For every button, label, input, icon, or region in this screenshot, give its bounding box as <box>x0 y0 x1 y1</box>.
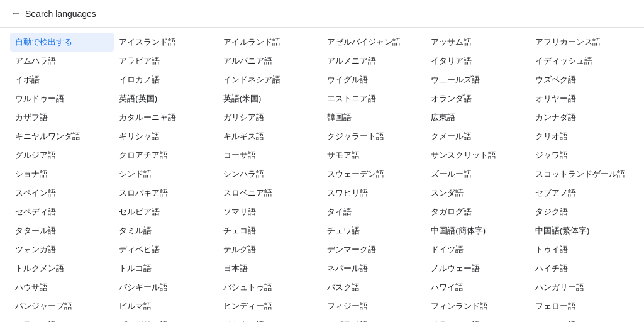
language-item[interactable]: タミル語 <box>114 221 218 240</box>
language-item[interactable]: ディベヒ語 <box>114 240 218 259</box>
language-item[interactable]: コーサ語 <box>218 146 322 165</box>
language-item[interactable]: タガログ語 <box>426 203 530 221</box>
language-item[interactable]: ウルドゥー語 <box>10 89 114 108</box>
language-item[interactable]: トルクメン語 <box>10 259 114 278</box>
language-item[interactable]: フランス語 <box>10 316 114 322</box>
language-item[interactable]: イロカノ語 <box>114 70 218 89</box>
back-arrow-icon: ← <box>10 7 21 20</box>
language-item[interactable]: 英語(英国) <box>114 89 218 108</box>
language-item[interactable]: テルグ語 <box>218 240 322 259</box>
language-item[interactable]: ビルマ語 <box>114 297 218 316</box>
language-item[interactable]: セルビア語 <box>114 203 218 221</box>
language-item[interactable]: フィンランド語 <box>426 297 530 316</box>
language-item[interactable]: ソマリ語 <box>218 203 322 221</box>
language-item[interactable]: アムハラ語 <box>10 52 114 70</box>
language-item[interactable]: スロバキア語 <box>114 184 218 203</box>
language-item[interactable]: ネパール語 <box>322 259 426 278</box>
language-item[interactable]: サンスクリット語 <box>426 146 530 165</box>
language-item[interactable]: フェロー語 <box>530 297 634 316</box>
language-item[interactable]: カザフ語 <box>10 108 114 127</box>
language-item[interactable]: セブアノ語 <box>530 184 634 203</box>
back-button[interactable]: ← Search languages <box>10 7 96 20</box>
language-item[interactable]: クリオ語 <box>530 127 634 146</box>
language-item[interactable]: イボ語 <box>10 70 114 89</box>
language-item[interactable]: ヒンディー語 <box>218 297 322 316</box>
language-item[interactable]: キニヤルワンダ語 <box>10 127 114 146</box>
language-item[interactable]: タタール語 <box>10 221 114 240</box>
language-item[interactable]: セペディ語 <box>10 203 114 221</box>
language-item[interactable]: スウェーデン語 <box>322 165 426 184</box>
language-item[interactable]: バスク語 <box>322 278 426 297</box>
language-item[interactable]: トゥイ語 <box>530 240 634 259</box>
language-item[interactable]: ペルシア語 <box>530 316 634 322</box>
language-item[interactable]: イディッシュ語 <box>530 52 634 70</box>
header-title: Search languages <box>25 9 96 19</box>
language-item[interactable]: アゼルバイジャン語 <box>322 33 426 52</box>
language-item[interactable]: ズールー語 <box>426 165 530 184</box>
language-item[interactable]: エストニア語 <box>322 89 426 108</box>
language-item[interactable]: イタリア語 <box>426 52 530 70</box>
language-item[interactable]: スワヒリ語 <box>322 184 426 203</box>
language-item[interactable]: アルメニア語 <box>322 52 426 70</box>
language-item[interactable]: クメール語 <box>426 127 530 146</box>
language-item[interactable]: バシュトゥ語 <box>218 278 322 297</box>
language-item[interactable]: ハワイ語 <box>426 278 530 297</box>
language-item[interactable]: オランダ語 <box>426 89 530 108</box>
language-item[interactable]: 韓国語 <box>322 108 426 127</box>
language-item[interactable]: 広東語 <box>426 108 530 127</box>
language-item[interactable]: ジャワ語 <box>530 146 634 165</box>
language-item[interactable]: アルバニア語 <box>218 52 322 70</box>
language-item[interactable]: ベトナム語 <box>218 316 322 322</box>
language-item[interactable]: スコットランドゲール語 <box>530 165 634 184</box>
language-item[interactable]: ノルウェー語 <box>426 259 530 278</box>
language-item[interactable]: シンド語 <box>114 165 218 184</box>
language-item[interactable]: キルギス語 <box>218 127 322 146</box>
language-item[interactable]: カタルーニャ語 <box>114 108 218 127</box>
language-item[interactable]: アイルランド語 <box>218 33 322 52</box>
language-item[interactable]: タジク語 <box>530 203 634 221</box>
language-item[interactable]: サモア語 <box>322 146 426 165</box>
language-item[interactable]: スペイン語 <box>10 184 114 203</box>
language-item[interactable]: 中国語(簡体字) <box>426 221 530 240</box>
language-item[interactable]: デンマーク語 <box>322 240 426 259</box>
header: ← Search languages <box>0 0 644 28</box>
language-item[interactable]: チェワ語 <box>322 221 426 240</box>
language-item[interactable]: 中国語(繁体字) <box>530 221 634 240</box>
language-item[interactable]: ショナ語 <box>10 165 114 184</box>
language-item[interactable]: アフリカーンス語 <box>530 33 634 52</box>
language-item[interactable]: ドイツ語 <box>426 240 530 259</box>
language-item[interactable]: クジャラート語 <box>322 127 426 146</box>
language-item[interactable]: オリヤー語 <box>530 89 634 108</box>
language-item[interactable]: ギリシャ語 <box>114 127 218 146</box>
language-item[interactable]: バシキール語 <box>114 278 218 297</box>
language-item[interactable]: ウイグル語 <box>322 70 426 89</box>
language-item[interactable]: トルコ語 <box>114 259 218 278</box>
language-item[interactable]: フィジー語 <box>322 297 426 316</box>
language-item[interactable]: タイ語 <box>322 203 426 221</box>
language-item[interactable]: チェコ語 <box>218 221 322 240</box>
language-item[interactable]: 英語(米国) <box>218 89 322 108</box>
language-item[interactable]: ハンガリー語 <box>530 278 634 297</box>
language-item[interactable]: ウズベク語 <box>530 70 634 89</box>
language-item[interactable]: ガリシア語 <box>218 108 322 127</box>
language-item[interactable]: 自動で検出する <box>10 33 114 52</box>
language-item[interactable]: クロアチア語 <box>114 146 218 165</box>
language-item[interactable]: ウェールズ語 <box>426 70 530 89</box>
language-item[interactable]: カンナダ語 <box>530 108 634 127</box>
language-item[interactable]: パンジャーブ語 <box>10 297 114 316</box>
language-item[interactable]: インドネシア語 <box>218 70 322 89</box>
language-item[interactable]: アイスランド語 <box>114 33 218 52</box>
language-item[interactable]: ベラルーシ語 <box>426 316 530 322</box>
language-item[interactable]: ヘブライ語 <box>322 316 426 322</box>
language-item[interactable]: ブルガリア語 <box>114 316 218 322</box>
language-item[interactable]: スロベニア語 <box>218 184 322 203</box>
language-item[interactable]: 日本語 <box>218 259 322 278</box>
language-item[interactable]: ハウサ語 <box>10 278 114 297</box>
language-item[interactable]: ツォンガ語 <box>10 240 114 259</box>
language-item[interactable]: シンハラ語 <box>218 165 322 184</box>
language-item[interactable]: スンダ語 <box>426 184 530 203</box>
language-item[interactable]: ハイチ語 <box>530 259 634 278</box>
language-item[interactable]: アラビア語 <box>114 52 218 70</box>
language-item[interactable]: アッサム語 <box>426 33 530 52</box>
language-item[interactable]: グルジア語 <box>10 146 114 165</box>
